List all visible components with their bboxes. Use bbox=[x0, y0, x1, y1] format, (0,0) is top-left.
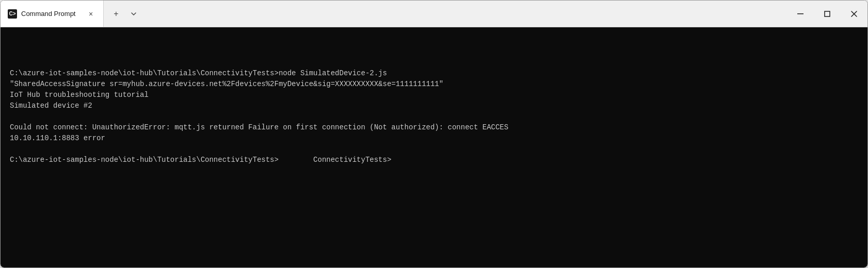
terminal-line: 10.10.110.1:8883 error bbox=[10, 133, 858, 144]
tab-app-icon: C> bbox=[8, 9, 17, 19]
terminal-window: C> Command Prompt × + bbox=[0, 0, 868, 268]
window-controls bbox=[787, 1, 867, 27]
tab-label: Command Prompt bbox=[21, 10, 82, 18]
maximize-button[interactable] bbox=[814, 1, 841, 27]
terminal-line: C:\azure-iot-samples-node\iot-hub\Tutori… bbox=[10, 68, 858, 79]
terminal-line: Simulated device #2 bbox=[10, 100, 858, 111]
minimize-icon bbox=[797, 13, 803, 14]
terminal-line: C:\azure-iot-samples-node\iot-hub\Tutori… bbox=[10, 155, 858, 165]
tab-controls: + bbox=[104, 1, 146, 27]
svg-rect-0 bbox=[797, 13, 803, 14]
minimize-button[interactable] bbox=[787, 1, 814, 27]
close-button[interactable] bbox=[841, 1, 867, 27]
svg-rect-1 bbox=[825, 11, 830, 16]
close-icon bbox=[851, 11, 857, 17]
terminal-line bbox=[10, 111, 858, 122]
chevron-down-icon bbox=[131, 11, 137, 17]
new-tab-button[interactable]: + bbox=[108, 6, 124, 22]
active-tab[interactable]: C> Command Prompt × bbox=[1, 1, 104, 27]
titlebar: C> Command Prompt × + bbox=[1, 1, 867, 27]
terminal-line: "SharedAccessSignature sr=myhub.azure-de… bbox=[10, 79, 858, 90]
tab-close-button[interactable]: × bbox=[86, 9, 96, 19]
terminal-line bbox=[10, 165, 858, 176]
maximize-icon bbox=[824, 11, 830, 17]
tab-area: C> Command Prompt × + bbox=[1, 1, 787, 27]
terminal-line: IoT Hub troubleshooting tutorial bbox=[10, 90, 858, 100]
dropdown-button[interactable] bbox=[125, 6, 142, 22]
terminal-line bbox=[10, 144, 858, 155]
terminal-output[interactable]: C:\azure-iot-samples-node\iot-hub\Tutori… bbox=[1, 27, 867, 267]
terminal-line bbox=[10, 57, 858, 68]
terminal-line: Could not connect: UnauthorizedError: mq… bbox=[10, 122, 858, 133]
